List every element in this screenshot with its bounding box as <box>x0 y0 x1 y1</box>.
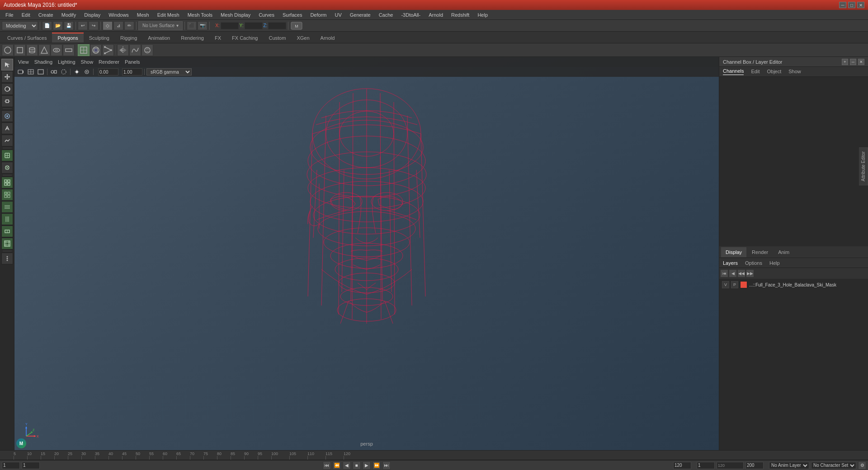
menu-mesh-display[interactable]: Mesh Display <box>217 11 254 19</box>
menu-mesh[interactable]: Mesh <box>133 11 153 19</box>
vp-menu-shading[interactable]: Shading <box>34 59 52 65</box>
pb-play-back[interactable]: ◀ <box>343 461 351 470</box>
tab-polygons[interactable]: Polygons <box>52 33 83 42</box>
layer-play-fwd[interactable]: ▶▶ <box>746 269 754 277</box>
sculpt-sphere-btn[interactable] <box>2 44 14 56</box>
cb-tab-object[interactable]: Object <box>767 69 781 75</box>
menu-create[interactable]: Create <box>35 11 57 19</box>
workspace-select[interactable]: Modeling Rigging Animation <box>2 21 38 30</box>
attribute-editor-tab[interactable]: Attribute Editor <box>859 147 868 185</box>
vp-grid-display-btn[interactable] <box>26 68 35 76</box>
sculpt-cube-btn[interactable] <box>14 44 26 56</box>
select-tool-button[interactable]: ◇ <box>103 21 113 30</box>
pb-anim-layer-select[interactable]: No Anim Layer <box>769 462 809 469</box>
pb-range-end[interactable] <box>745 462 764 469</box>
layer-skip-back[interactable]: ⏮ <box>720 269 728 277</box>
sculpt-face-btn[interactable] <box>90 44 102 56</box>
vp-isolate-btn[interactable] <box>59 68 68 76</box>
tab-xgen[interactable]: XGen <box>291 33 315 42</box>
z-coord-value[interactable] <box>268 22 286 29</box>
vp-menu-renderer[interactable]: Renderer <box>99 59 119 65</box>
grid2-left[interactable] <box>1 189 13 201</box>
scale-tool-left[interactable] <box>1 95 13 107</box>
ds-tab-layers[interactable]: Layers <box>723 260 738 266</box>
pb-current-frame[interactable] <box>22 462 40 469</box>
menu-mesh-tools[interactable]: Mesh Tools <box>184 11 216 19</box>
sculpt-cone-btn[interactable] <box>38 44 50 56</box>
layer-pickable-btn[interactable]: P <box>731 281 738 288</box>
layer-play-rev[interactable]: ◀◀ <box>737 269 745 277</box>
live-surface-button[interactable]: No Live Surface ▾ <box>138 21 183 30</box>
pb-step-back[interactable]: ⏪ <box>333 461 341 470</box>
tab-curves-surfaces[interactable]: Curves / Surfaces <box>2 33 52 42</box>
pb-step-fwd[interactable]: ⏩ <box>373 461 381 470</box>
close-button[interactable]: ✕ <box>857 2 864 8</box>
paint-effects-left[interactable] <box>1 122 13 134</box>
sculpt-plane-btn[interactable] <box>63 44 75 56</box>
tab-fx-caching[interactable]: FX Caching <box>226 33 263 42</box>
vp-menu-panels[interactable]: Panels <box>125 59 140 65</box>
rotate-tool-left[interactable] <box>1 83 13 95</box>
menu-arnold[interactable]: Arnold <box>425 11 447 19</box>
maximize-button[interactable]: □ <box>848 2 855 8</box>
pb-settings-btn[interactable]: ⚙ <box>858 461 866 470</box>
vp-outline-btn[interactable] <box>49 68 58 76</box>
cb-tab-show[interactable]: Show <box>788 69 801 75</box>
soft-select-left[interactable] <box>1 110 13 122</box>
new-scene-button[interactable]: 📄 <box>42 21 52 30</box>
timeline-ruler[interactable]: 5101520253035404550556065707580859095100… <box>0 450 868 460</box>
vp-gamma-select[interactable]: sRGB gamma Linear Off <box>146 68 192 75</box>
sculpt-mirror-btn[interactable] <box>117 44 129 56</box>
x-coord-value[interactable] <box>221 22 239 29</box>
paint-select-button[interactable]: ✏ <box>124 21 134 30</box>
menu-generate[interactable]: Generate <box>346 11 374 19</box>
layer-step-back[interactable]: ◀ <box>729 269 737 277</box>
cb-tab-edit[interactable]: Edit <box>751 69 760 75</box>
minimize-button[interactable]: ─ <box>839 2 846 8</box>
tab-rigging[interactable]: Rigging <box>115 33 142 42</box>
menu-deform[interactable]: Deform <box>307 11 330 19</box>
vp-menu-view[interactable]: View <box>18 59 29 65</box>
sculpt-vertex-btn[interactable] <box>102 44 114 56</box>
layer-visibility-btn[interactable]: V <box>722 281 729 288</box>
cb-close-btn[interactable]: ✕ <box>858 59 864 65</box>
vp-menu-show[interactable]: Show <box>81 59 94 65</box>
sculpt-cyl-btn[interactable] <box>26 44 38 56</box>
d-tab-display[interactable]: Display <box>721 247 746 257</box>
sculpt-edit-mesh-btn[interactable] <box>78 44 90 56</box>
sculpt-relax-btn[interactable] <box>142 44 153 56</box>
ds-tab-options[interactable]: Options <box>745 260 762 266</box>
show-manip2-left[interactable] <box>1 162 13 174</box>
pb-play-fwd[interactable]: ▶ <box>363 461 371 470</box>
vp-circle-btn[interactable] <box>82 68 91 76</box>
tab-custom[interactable]: Custom <box>264 33 292 42</box>
menu-curves[interactable]: Curves <box>255 11 278 19</box>
select-tool-left[interactable] <box>1 59 13 70</box>
menu-windows[interactable]: Windows <box>105 11 132 19</box>
tab-animation[interactable]: Animation <box>142 33 175 42</box>
viewport[interactable]: View Shading Lighting Show Renderer Pane… <box>14 57 719 450</box>
tab-fx[interactable]: FX <box>209 33 226 42</box>
open-scene-button[interactable]: 📂 <box>53 21 63 30</box>
menu-3dto-all[interactable]: -3DtoAll- <box>397 11 424 19</box>
menu-help[interactable]: Help <box>474 11 491 19</box>
menu-redshift[interactable]: Redshift <box>448 11 473 19</box>
grid-tool-left[interactable] <box>1 177 13 188</box>
vp-camera-btn[interactable] <box>16 68 25 76</box>
sculpt-mesh-left[interactable] <box>1 135 13 146</box>
pb-start-frame[interactable] <box>2 462 20 469</box>
layer-color-swatch[interactable] <box>740 281 747 288</box>
menu-file[interactable]: File <box>2 11 17 19</box>
menu-surfaces[interactable]: Surfaces <box>279 11 306 19</box>
d-tab-anim[interactable]: Anim <box>774 247 794 257</box>
menu-edit[interactable]: Edit <box>18 11 34 19</box>
sculpt-torus-btn[interactable] <box>51 44 62 56</box>
grid4-left[interactable] <box>1 213 13 225</box>
menu-modify[interactable]: Modify <box>58 11 80 19</box>
save-scene-button[interactable]: 💾 <box>64 21 74 30</box>
redo-button[interactable]: ↪ <box>89 21 99 30</box>
grid5-left[interactable] <box>1 226 13 237</box>
vp-light-btn[interactable] <box>72 68 81 76</box>
move-tool-left[interactable] <box>1 71 13 83</box>
tab-rendering[interactable]: Rendering <box>175 33 209 42</box>
